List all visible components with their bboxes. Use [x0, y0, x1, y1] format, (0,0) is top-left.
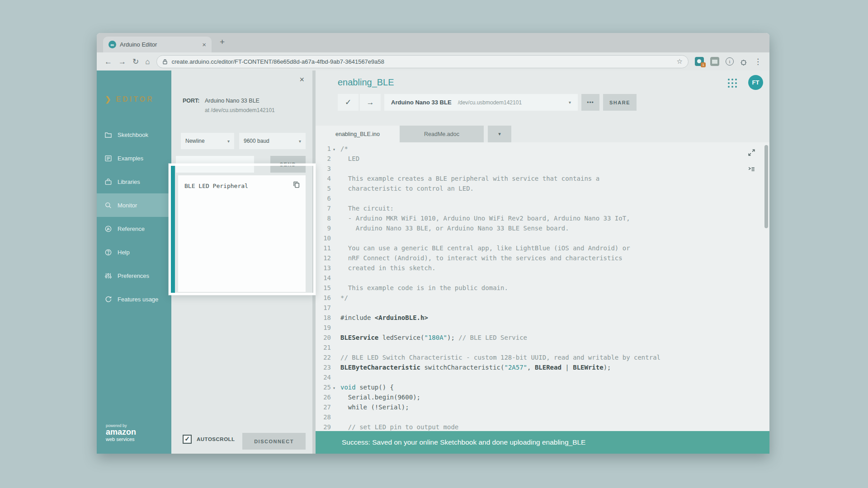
code-token: characteristic to control an LED.: [340, 185, 474, 192]
autoscroll-checkbox[interactable]: ✓: [183, 435, 192, 444]
fold-arrow-icon[interactable]: ▾: [331, 145, 340, 154]
code-line: 2 LED: [316, 154, 769, 164]
code-token: |: [561, 364, 573, 371]
status-success-bar: Success: Saved on your online Sketchbook…: [316, 431, 769, 454]
apps-grid-icon[interactable]: [728, 79, 737, 88]
board-selector[interactable]: Arduino Nano 33 BLE /dev/cu.usbmodem1421…: [384, 94, 578, 111]
autoscroll-label: AUTOSCROLL: [197, 436, 235, 442]
sidebar-item-examples[interactable]: Examples: [97, 146, 171, 170]
password-extension-icon[interactable]: 1: [695, 57, 704, 66]
sidebar-item-monitor[interactable]: Monitor: [97, 193, 171, 217]
avatar[interactable]: FT: [748, 75, 763, 90]
code-token: This example creates a BLE peripheral wi…: [340, 175, 599, 182]
aws-sub: web services: [106, 436, 136, 442]
code-line: 9 Arduino Nano 33 BLE, or Arduino Nano 3…: [316, 224, 769, 234]
baud-rate-value: 9600 baud: [244, 138, 269, 144]
aws-name: amazon: [106, 428, 136, 436]
line-number: 10: [316, 234, 331, 243]
line-ending-select[interactable]: Newline ▾: [181, 133, 234, 149]
verify-button[interactable]: ✓: [338, 94, 359, 111]
reload-icon[interactable]: ↻: [132, 58, 139, 66]
line-number: 25: [316, 383, 331, 392]
new-tab-button[interactable]: +: [220, 37, 225, 47]
url-text: create.arduino.cc/editor/FT-CONTENT/86e6…: [172, 58, 673, 65]
sidebar: ❯EDITOR SketchbookExamplesLibrariesMonit…: [97, 70, 171, 454]
address-bar[interactable]: create.arduino.cc/editor/FT-CONTENT/86e6…: [156, 55, 689, 68]
format-code-icon[interactable]: [747, 165, 756, 174]
fold-arrow-icon[interactable]: ▾: [331, 384, 340, 393]
line-number: 1: [316, 144, 331, 153]
browser-menu-icon[interactable]: ⋮: [754, 57, 762, 66]
logo-text: EDITOR: [116, 95, 154, 103]
fold-spacer: [331, 404, 340, 413]
padlock-icon: [162, 59, 168, 65]
monitor-close-icon[interactable]: ×: [299, 75, 304, 84]
line-number: 20: [316, 333, 331, 342]
sidebar-item-sketchbook[interactable]: Sketchbook: [97, 123, 171, 146]
extensions-puzzle-icon[interactable]: [740, 58, 748, 66]
code-token: Serial.begin(9600);: [340, 394, 420, 401]
monitor-output-text: BLE LED Peripheral: [184, 183, 248, 189]
send-button[interactable]: SEND: [270, 156, 306, 173]
forward-icon[interactable]: →: [118, 58, 126, 66]
tab-readme-adoc[interactable]: ReadMe.adoc: [400, 126, 484, 142]
line-number: 3: [316, 164, 331, 173]
share-button[interactable]: SHARE: [603, 94, 637, 111]
fold-spacer: [331, 235, 340, 244]
page-info-icon[interactable]: i: [726, 57, 734, 66]
usage-icon: [104, 296, 112, 303]
fold-spacer: [331, 175, 340, 184]
code-token: );: [447, 334, 458, 341]
sidebar-item-libraries[interactable]: Libraries: [97, 170, 171, 193]
code-line: 4 This example creates a BLE peripheral …: [316, 174, 769, 184]
copy-icon[interactable]: [292, 181, 300, 188]
fold-spacer: [331, 374, 340, 383]
fold-spacer: [331, 294, 340, 303]
back-icon[interactable]: ←: [104, 58, 112, 66]
editor-tabs: enabling_BLE.inoReadMe.adoc▾: [316, 126, 511, 142]
chevron-down-icon: ▾: [299, 139, 301, 144]
port-name: Arduino Nano 33 BLE: [205, 98, 259, 104]
code-line: 11 You can use a generic BLE central app…: [316, 244, 769, 253]
upload-button[interactable]: →: [360, 94, 381, 111]
fold-spacer: [331, 284, 340, 293]
tab-close-icon[interactable]: ×: [202, 41, 206, 48]
disconnect-button[interactable]: DISCONNECT: [242, 433, 306, 450]
fold-spacer: [331, 185, 340, 194]
monitor-message-input[interactable]: [176, 156, 254, 173]
code-lines: 1▾/*2 LED3 4 This example creates a BLE …: [316, 142, 769, 431]
expand-icon[interactable]: [747, 148, 756, 157]
fold-spacer: [331, 274, 340, 283]
home-icon[interactable]: ⌂: [145, 58, 150, 66]
bookmark-star-icon[interactable]: ☆: [677, 57, 683, 66]
code-line: 16 */: [316, 293, 769, 303]
libraries-icon: [104, 178, 112, 186]
code-area[interactable]: 1▾/*2 LED3 4 This example creates a BLE …: [316, 142, 769, 431]
line-number: 26: [316, 393, 331, 402]
aws-powered-by: powered by: [106, 423, 136, 428]
editor-scrollbar[interactable]: [764, 145, 768, 228]
code-line: 10: [316, 234, 769, 244]
baud-rate-select[interactable]: 9600 baud ▾: [239, 133, 306, 149]
line-number: 4: [316, 174, 331, 183]
sidebar-item-help[interactable]: Help: [97, 240, 171, 264]
line-number: 7: [316, 204, 331, 213]
sidebar-items: SketchbookExamplesLibrariesMonitorRefere…: [97, 123, 171, 311]
sidebar-item-reference[interactable]: Reference: [97, 217, 171, 240]
sidebar-item-preferences[interactable]: Preferences: [97, 264, 171, 287]
tab-overflow-caret-icon[interactable]: ▾: [488, 126, 511, 142]
preferences-icon: [104, 272, 112, 280]
more-options-button[interactable]: •••: [581, 94, 599, 111]
code-line: 27 while (!Serial);: [316, 403, 769, 413]
code-line: 17: [316, 303, 769, 313]
browser-tab[interactable]: ∞ Arduino Editor ×: [103, 37, 212, 52]
fold-spacer: [331, 205, 340, 214]
code-token: // BLE LED Switch Characteristic - custo…: [340, 354, 660, 361]
sidebar-item-features-usage[interactable]: Features usage: [97, 287, 171, 311]
fold-spacer: [331, 225, 340, 234]
sidebar-item-label: Examples: [118, 155, 143, 162]
extension-box-icon[interactable]: [710, 57, 719, 66]
code-line: 19: [316, 323, 769, 333]
tab-enabling-ble-ino[interactable]: enabling_BLE.ino: [316, 126, 400, 142]
code-token: while (!Serial);: [340, 404, 409, 411]
